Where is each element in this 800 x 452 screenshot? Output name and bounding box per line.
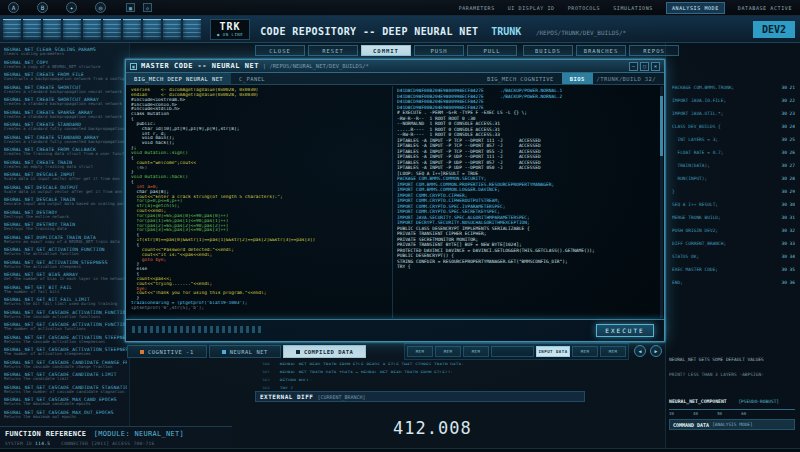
page-title-block: CODE REPOSITORY -- DEEP NEURAL NET TRUNK… — [260, 20, 626, 39]
code-text: IMPORT JAVA.UTIL.*; — [672, 111, 723, 124]
function-item[interactable]: NEURAL_NET_CREATE_STANDARD_ARRAY Creates… — [4, 135, 127, 145]
memory-slot[interactable]: MEM — [600, 346, 626, 357]
function-item[interactable]: NEURAL_NET_GET_CASCADE_ACTIVATION_FUNCTI… — [4, 322, 127, 332]
toolbar-button[interactable]: PULL — [467, 45, 517, 56]
next-icon[interactable]: ▶ — [650, 345, 662, 357]
code-text: RUN(INPUT); — [672, 176, 707, 189]
maximize-icon[interactable]: ▢ — [640, 62, 649, 71]
system-circle-icon[interactable]: ✦ — [66, 2, 77, 13]
close-icon[interactable]: ✕ — [651, 62, 660, 71]
memory-slot[interactable]: MEM — [572, 346, 598, 357]
topbar-menu-item[interactable]: ANALYSIS MODE — [666, 2, 725, 14]
execute-button[interactable]: EXECUTE — [596, 324, 654, 337]
function-item[interactable]: NEURAL_NET_GET_CASCADE_ACTIVATION_FUNCTI… — [4, 310, 127, 320]
window-title-bar[interactable]: ▦ MASTER CODE -- NEURAL NET | /REPOS/NEU… — [126, 60, 664, 73]
repo-thumbnail[interactable] — [103, 19, 121, 40]
tab-neural-net[interactable]: NEURAL NET — [209, 345, 281, 358]
function-item[interactable]: NEURAL_NET_GET_BIT_FAIL_LIMIT Returns th… — [4, 297, 127, 307]
line-number: 260 — [262, 362, 280, 365]
function-item[interactable]: NEURAL_NET_DESCALE_INPUT Scale data in i… — [4, 172, 127, 182]
function-item[interactable]: NEURAL_NET_CREATE_STANDARD Creates a sta… — [4, 122, 127, 132]
line-number: 30 34 — [781, 254, 795, 267]
system-id-value: 114.5 — [35, 441, 50, 446]
system-circle-icon[interactable]: A — [8, 2, 19, 13]
repo-thumbnail[interactable] — [183, 19, 201, 40]
track-status-block: TRK ● ON LINE — [210, 19, 250, 40]
topbar-menu-item[interactable]: UI DISPLAY ID — [508, 5, 555, 11]
window-scrollbar[interactable] — [660, 86, 663, 318]
external-diff-bar[interactable]: EXTERNAL DIFF [CURRENT_BRANCH] — [255, 391, 585, 402]
function-item[interactable]: NEURAL_NET_DESCALE_OUTPUT Scale data in … — [4, 185, 127, 195]
topbar-menu-item[interactable]: PARAMETERS — [459, 5, 495, 11]
bottom-edge-bar — [0, 448, 800, 452]
tab-compiled-data[interactable]: COMPILED DATA — [283, 345, 367, 358]
toolbar-button[interactable]: BUILDS — [523, 45, 573, 56]
line-number: 30 22 — [781, 98, 795, 111]
function-item[interactable]: NEURAL_NET_GET_CASCADE_CANDIDATE_CHANGE_… — [4, 360, 127, 370]
system-circle-icon[interactable]: B — [37, 2, 48, 13]
repo-thumbnail[interactable] — [83, 19, 101, 40]
code-pane-right[interactable]: D41D8CD98F00B204E9800998ECF8427E ./BACKU… — [392, 86, 658, 318]
function-item[interactable]: NEURAL_NET_CREATE_SHORTCUT_ARRAY Creates… — [4, 97, 127, 107]
function-item[interactable]: NEURAL_NET_GET_CASCADE_CANDIDATE_LIMIT R… — [4, 372, 127, 382]
function-item[interactable]: NEURAL_NET_GET_CASCADE_ACTIVATION_STEEPN… — [4, 335, 127, 345]
function-description: Destroys the entire network — [4, 215, 127, 220]
toolbar-button[interactable]: PUSH — [414, 45, 464, 56]
dev-badge[interactable]: DEV2 — [753, 21, 795, 38]
memory-slot[interactable]: MEM — [463, 346, 489, 357]
function-item[interactable]: NEURAL_NET_DUPLICATE_TRAIN_DATA Returns … — [4, 235, 127, 245]
repo-thumbnail[interactable] — [143, 19, 161, 40]
prev-icon[interactable]: ◀ — [634, 345, 646, 357]
system-square-icon[interactable]: ▦ — [126, 3, 135, 12]
topbar-menu-item[interactable]: PROTOCOLS — [568, 5, 601, 11]
function-description: Destroys the training data — [4, 227, 127, 232]
toolbar-button[interactable]: RESET — [308, 45, 358, 56]
function-item[interactable]: NEURAL_NET_CLEAR_SCALING_PARAMS Clears s… — [4, 47, 127, 57]
repo-thumbnail[interactable] — [63, 19, 81, 40]
toolbar-button[interactable]: COMMIT — [361, 45, 411, 56]
toolbar-button[interactable]: REPOS — [629, 45, 679, 56]
function-item[interactable]: NEURAL_NET_GET_BIT_FAIL The number of fa… — [4, 285, 127, 295]
repo-thumbnail[interactable] — [123, 19, 141, 40]
function-item[interactable]: NEURAL_NET_DESTROY_TRAIN Destroys the tr… — [4, 222, 127, 232]
toolbar-button[interactable]: CLOSE — [255, 45, 305, 56]
function-item[interactable]: NEURAL_NET_GET_CASCADE_CANDIDATE_STAGNAT… — [4, 385, 127, 395]
tab-big-mech-deep-neural-net[interactable]: BIG_MECH DEEP NEURAL NET — [126, 73, 231, 84]
function-item[interactable]: NEURAL_NET_DESCALE_TRAIN Descale input a… — [4, 197, 127, 207]
memory-slot[interactable]: MEM — [407, 346, 433, 357]
tab-big-mech-cognitive[interactable]: BIG_MECH COGNITIVE — [479, 73, 562, 84]
function-item[interactable]: NEURAL_NET_GET_CASCADE_MAX_OUT_EPOCHS Re… — [4, 410, 127, 420]
function-item[interactable]: NEURAL_NET_GET_ACTIVATION_FUNCTION Retur… — [4, 247, 127, 257]
function-description: Returns the bit fail limit used during t… — [4, 302, 127, 307]
system-circle-icon[interactable]: ◎ — [95, 2, 106, 13]
function-item[interactable]: NEURAL_NET_GET_CASCADE_ACTIVATION_STEEPN… — [4, 347, 127, 357]
tab-c-panel[interactable]: C_PANEL — [231, 73, 273, 84]
toolbar-button[interactable]: BRANCHES — [576, 45, 626, 56]
function-item[interactable]: NEURAL_NET_COPY Creates a copy of a NEUR… — [4, 60, 127, 70]
memory-slot[interactable] — [491, 346, 534, 357]
repo-thumbnail[interactable] — [43, 19, 61, 40]
minimize-icon[interactable]: — — [629, 62, 638, 71]
function-item[interactable]: NEURAL_NET_CREATE_SPARSE_ARRAY Creates a… — [4, 110, 127, 120]
repo-thumbnail[interactable] — [163, 19, 181, 40]
repo-thumbnail[interactable] — [23, 19, 41, 40]
function-item[interactable]: NEURAL_NET_CREATE_SHORTCUT Creates a sta… — [4, 85, 127, 95]
topbar-menu-item[interactable]: DATABASE ACTIVE — [738, 5, 792, 11]
function-item[interactable]: NEURAL_NET_GET_ACTIVATION_STEEPNESS Retu… — [4, 260, 127, 270]
memory-slot[interactable]: MEM — [435, 346, 461, 357]
function-item[interactable]: NEURAL_NET_CREATE_FROM_CALLBACK Creates … — [4, 147, 127, 157]
function-item[interactable]: NEURAL_NET_CREATE_FROM_FILE Constructs a… — [4, 72, 127, 82]
function-item[interactable]: NEURAL_NET_CREATE_TRAIN Creates an empty… — [4, 160, 127, 170]
external-diff-label: EXTERNAL DIFF — [260, 393, 313, 400]
function-item[interactable]: NEURAL_NET_GET_CASCADE_MAX_CAND_EPOCHS R… — [4, 397, 127, 407]
function-item[interactable]: NEURAL_NET_DESTROY Destroys the entire n… — [4, 210, 127, 220]
function-item[interactable]: NEURAL_NET_GET_BIAS_ARRAY Get the number… — [4, 272, 127, 282]
tab-cognitive[interactable]: COGNITIVE -1 — [127, 345, 207, 358]
scrollbar-thumb[interactable] — [660, 96, 663, 156]
tab-bios[interactable]: BIOS — [562, 73, 593, 84]
system-square-icon[interactable]: ◇ — [143, 3, 152, 12]
topbar-menu-item[interactable]: SIMULATIONS — [613, 5, 653, 11]
repo-thumbnail[interactable] — [3, 19, 21, 40]
code-pane-left[interactable]: vseries <- dicomAgetTagValue(0x0028, 0x0… — [128, 86, 388, 318]
memory-slot[interactable]: INPUT DATA — [536, 346, 570, 357]
